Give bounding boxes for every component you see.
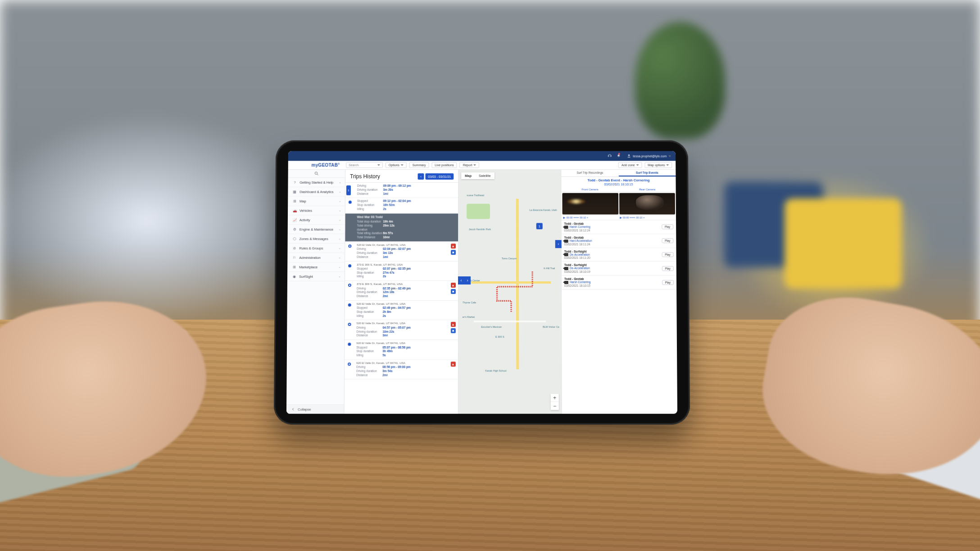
play-button[interactable]: Play	[662, 225, 673, 230]
collapse-button[interactable]: Collapse	[286, 404, 344, 414]
options-button[interactable]: Options	[386, 162, 407, 168]
sidebar-item-map[interactable]: ⊞Map⌄	[288, 197, 345, 206]
map-side-button[interactable]: ›	[555, 240, 562, 248]
trip-row[interactable]: 520 El Valle Dr, Kanab, UT 84741, USADri…	[345, 321, 458, 340]
chevron-down-icon: ⌄	[339, 190, 341, 194]
live-positions-button[interactable]: Live positions	[431, 162, 457, 168]
trip-row[interactable]: Wed Mar 03 ToddTotal stop duration19h 4m…	[345, 213, 458, 242]
tab-map[interactable]: Map	[461, 172, 475, 179]
alert-icon[interactable]: ▲	[450, 322, 455, 327]
zone-icon: ⬡	[292, 236, 297, 241]
alert-icon[interactable]: ■	[450, 289, 455, 294]
sidebar-item-market[interactable]: ⊞Marketplace⌄	[287, 262, 345, 272]
map-options-button[interactable]: Map options	[644, 162, 672, 168]
alert-icon[interactable]: ▲	[451, 244, 456, 248]
event-row[interactable]: Todd - GeotabHarsh Cornering03/02/2021 1…	[562, 220, 676, 234]
sidebar-item-label: Rules & Groups	[299, 246, 323, 250]
chevron-down-icon: ⌄	[339, 209, 341, 212]
sidebar-item-activity[interactable]: 📈Activity⌄	[288, 215, 345, 225]
add-zone-button[interactable]: Add zone	[618, 162, 642, 168]
help-icon: ?	[292, 180, 297, 185]
chevron-down-icon: ⌄	[338, 237, 341, 240]
sidebar-item-dash[interactable]: ▦Dashboard & Analytics⌄	[288, 187, 345, 197]
map-marker[interactable]: 1	[536, 223, 543, 230]
alert-icon[interactable]: ▲	[450, 361, 455, 366]
event-list: Todd - GeotabHarsh Cornering03/02/2021 1…	[562, 220, 677, 414]
report-button[interactable]: Report	[460, 162, 480, 168]
map-panel[interactable]: suave Trailhead Jacob Hamblin Park La Es…	[458, 170, 562, 414]
event-row[interactable]: Todd - SurfsightDe-Acceleration03/02/202…	[562, 262, 676, 276]
zoom-out-button[interactable]: −	[551, 402, 559, 410]
sidebar-item-zone[interactable]: ⬡Zones & Messages⌄	[288, 234, 345, 244]
trip-row[interactable]: 520 El Valle Dr, Kanab, UT 84741, USASto…	[345, 301, 458, 321]
rear-camera-video[interactable]	[619, 193, 675, 215]
sidebar-item-car[interactable]: 🚗Vehicles⌄	[288, 206, 345, 216]
play-button[interactable]: Play	[662, 266, 674, 271]
chevron-down-icon: ⌄	[339, 181, 341, 184]
headset-icon[interactable]	[607, 153, 612, 158]
search-input[interactable]: Search	[346, 162, 383, 168]
bell-icon[interactable]	[617, 153, 622, 158]
search-icon	[314, 171, 319, 176]
date-range-button[interactable]: 03/03 - 03/31/21	[425, 173, 454, 180]
play-button[interactable]: Play	[662, 238, 673, 243]
trip-list[interactable]: 1Driving09:09 pm - 09:12 pmDriving durat…	[345, 182, 458, 414]
prev-date-button[interactable]: ‹	[418, 173, 424, 180]
sidebar-item-label: SurfSight	[299, 275, 313, 279]
activity-icon: 📈	[292, 217, 297, 222]
chevron-down-icon: ⌄	[338, 275, 341, 278]
sidebar-item-label: Zones & Messages	[299, 237, 328, 241]
event-row[interactable]: Todd - GeotabHarsh Cornering03/02/2021 1…	[562, 276, 676, 289]
play-button[interactable]: Play	[662, 252, 673, 257]
sidebar-item-admin[interactable]: ⚐Administration⌄	[287, 253, 345, 262]
tablet-frame: tessa.prophet@lytx.com myGEOTAB® Search …	[274, 140, 690, 425]
event-row[interactable]: Todd - GeotabHard Acceleration03/02/2021…	[562, 234, 676, 248]
sidebar-search[interactable]	[288, 170, 345, 178]
zoom-in-button[interactable]: +	[551, 394, 559, 402]
summary-button[interactable]: Summary	[409, 162, 429, 168]
app-screen: tessa.prophet@lytx.com myGEOTAB® Search …	[286, 151, 677, 414]
front-camera-video[interactable]	[562, 193, 618, 215]
chevron-down-icon: ⌄	[339, 227, 341, 231]
front-camera-label: Front Camera	[561, 187, 618, 192]
alert-icon[interactable]: ■	[451, 250, 456, 255]
chevron-down-icon	[668, 155, 671, 157]
sidebar-item-radio[interactable]: ◉SurfSight⌄	[287, 272, 345, 281]
page-title: Trips History	[350, 173, 380, 180]
sidebar-item-rules[interactable]: ⊘Rules & Groups⌄	[287, 244, 345, 253]
map-pane-right-button[interactable]: ›	[464, 276, 471, 285]
map-canvas[interactable]: suave Trailhead Jacob Hamblin Park La Es…	[458, 170, 562, 414]
alert-icon[interactable]: ▲	[450, 283, 455, 288]
sidebar-item-gear[interactable]: ⚙Engine & Maintenance⌄	[288, 225, 345, 234]
trip-row[interactable]: 920 El Valle Dr, Kanab, UT 84741, USASto…	[345, 340, 458, 360]
tab-events[interactable]: Surf Trip Events	[618, 170, 676, 176]
trip-row[interactable]: Stopped09:12 pm - 02:04 pmStop duration1…	[345, 198, 458, 213]
event-title: Todd - Geotab Event - Harsh Cornering	[561, 177, 676, 183]
tab-satellite[interactable]: Satellite	[475, 172, 495, 179]
trip-row[interactable]: 920 El Valle Dr, Kanab, UT 84741, USADri…	[345, 360, 458, 379]
sidebar-item-label: Engine & Maintenance	[299, 227, 333, 231]
trips-panel: Trips History ‹ 03/03 - 03/31/21 1Drivin…	[345, 170, 459, 414]
sidebar-item-label: Marketplace	[299, 265, 318, 269]
play-button[interactable]: Play	[662, 280, 674, 285]
top-bar: tessa.prophet@lytx.com	[288, 151, 676, 161]
rules-icon: ⊘	[292, 246, 296, 250]
trip-row[interactable]: 1Driving09:09 pm - 09:12 pmDriving durat…	[345, 183, 458, 198]
zoom-control[interactable]: + −	[551, 394, 559, 410]
trip-row[interactable]: 520 El Valle Dr, Kanab, UT 84741, USADri…	[345, 242, 458, 262]
camera-icon	[564, 239, 568, 243]
event-row[interactable]: Todd - SurfsightDe-Acceleration03/02/202…	[562, 248, 676, 262]
map-pane-left-button[interactable]: ‹	[458, 276, 464, 285]
map-type-tabs[interactable]: Map Satellite	[461, 172, 494, 179]
trip-row[interactable]: 373 E 300 S, Kanab, UT 84741, USADriving…	[345, 281, 458, 301]
sidebar-item-label: Map	[299, 199, 306, 203]
user-menu[interactable]: tessa.prophet@lytx.com	[626, 154, 671, 158]
car-icon: 🚗	[292, 208, 297, 213]
video-controls[interactable]: ▶ 00:00 ━━━ 00:10 × ▶ 00:00 ━━━ 00:10 ×	[562, 215, 676, 220]
sidebar-item-help[interactable]: ?Getting Started & Help⌄	[288, 178, 345, 187]
alert-icon[interactable]: ■	[450, 329, 455, 334]
trip-row[interactable]: 373 E 300 S, Kanab, UT 84741, USAStopped…	[345, 262, 458, 281]
chevron-down-icon: ⌄	[339, 199, 341, 203]
tab-recordings[interactable]: Surf Trip Recordings	[561, 170, 618, 176]
sidebar-item-label: Dashboard & Analytics	[299, 190, 333, 194]
